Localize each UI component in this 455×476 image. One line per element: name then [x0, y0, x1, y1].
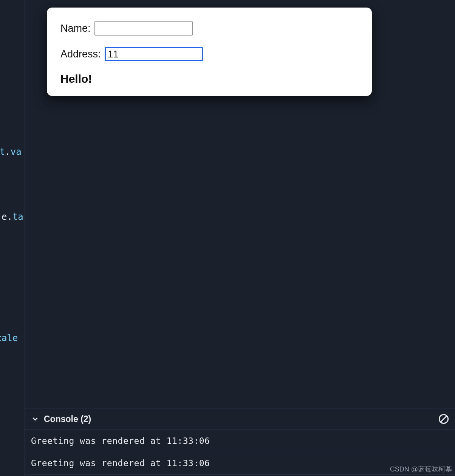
chevron-down-icon	[31, 415, 39, 423]
address-row: Address:	[60, 47, 358, 61]
console-title: Console (2)	[44, 414, 91, 424]
preview-panel: Name: Address: Hello!	[25, 0, 455, 408]
console-title-group: Console (2)	[31, 414, 91, 424]
greeting-text: Hello!	[60, 73, 358, 85]
code-fragment: get.va	[0, 147, 22, 157]
code-fragment: ocale	[0, 333, 18, 343]
code-fragment: e.ta	[2, 212, 23, 222]
form-card: Name: Address: Hello!	[47, 8, 372, 96]
address-label: Address:	[60, 48, 101, 60]
watermark: CSDN @蓝莓味柯基	[390, 465, 452, 474]
name-label: Name:	[60, 23, 91, 34]
clear-console-icon[interactable]	[438, 414, 449, 424]
code-gutter: get.va e.ta ocale	[0, 0, 25, 348]
console-header[interactable]: Console (2)	[25, 408, 455, 430]
name-input[interactable]	[94, 21, 193, 36]
console-log-entry: Greeting was rendered at 11:33:06	[25, 430, 455, 452]
name-row: Name:	[60, 21, 358, 36]
svg-line-1	[441, 416, 447, 422]
address-input[interactable]	[105, 47, 203, 61]
